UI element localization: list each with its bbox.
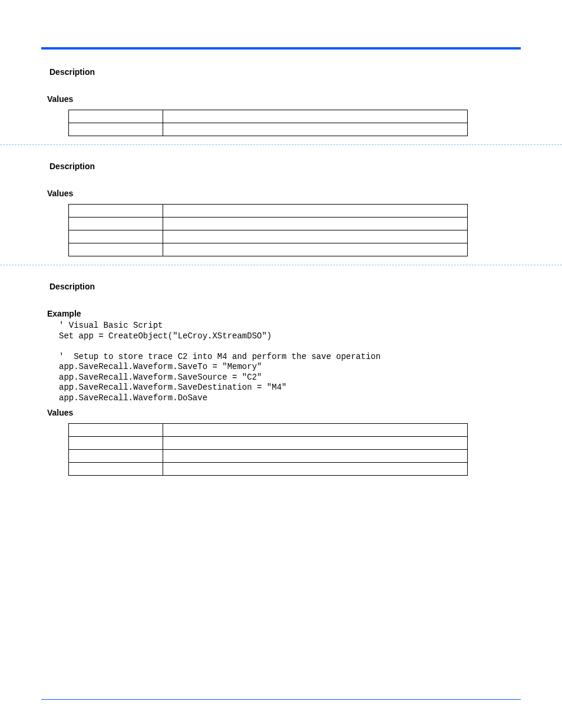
value-desc-cell [163, 110, 468, 123]
section-2-values-table [68, 423, 468, 476]
section-1-description-heading: Description [49, 162, 521, 171]
value-desc-cell [163, 218, 468, 230]
page-body: Description Values Description Values [0, 0, 562, 499]
section-0-values-heading: Values [47, 94, 521, 104]
value-name-cell [69, 463, 163, 476]
table-row [69, 230, 468, 243]
table-row [69, 424, 468, 437]
section-2-description-heading: Description [49, 282, 521, 291]
value-name-cell [69, 450, 163, 463]
value-desc-cell [163, 463, 468, 476]
value-name-cell [69, 110, 163, 123]
table-row [69, 205, 468, 218]
table-row [69, 243, 468, 256]
table-row [69, 218, 468, 230]
table-row [69, 437, 468, 450]
example-code-block: ' Visual Basic Script Set app = CreateOb… [59, 321, 521, 403]
value-name-cell [69, 205, 163, 218]
value-desc-cell [163, 450, 468, 463]
section-2-example-heading: Example [47, 309, 521, 318]
value-desc-cell [163, 230, 468, 243]
value-name-cell [69, 424, 163, 437]
value-desc-cell [163, 123, 468, 136]
section-1-values-heading: Values [47, 189, 521, 198]
bottom-rule [41, 699, 521, 700]
table-row [69, 463, 468, 476]
value-desc-cell [163, 205, 468, 218]
table-row [69, 450, 468, 463]
value-desc-cell [163, 243, 468, 256]
section-separator [0, 144, 562, 145]
value-desc-cell [163, 424, 468, 437]
value-name-cell [69, 218, 163, 230]
value-name-cell [69, 243, 163, 256]
value-name-cell [69, 437, 163, 450]
value-desc-cell [163, 437, 468, 450]
top-rule [41, 47, 521, 50]
section-2-values-heading: Values [47, 408, 521, 417]
section-1-values-table [68, 204, 468, 256]
value-name-cell [69, 230, 163, 243]
section-0-description-heading: Description [49, 67, 521, 77]
value-name-cell [69, 123, 163, 136]
section-0-values-table [68, 110, 468, 136]
section-separator [0, 265, 562, 265]
table-row [69, 110, 468, 123]
table-row [69, 123, 468, 136]
